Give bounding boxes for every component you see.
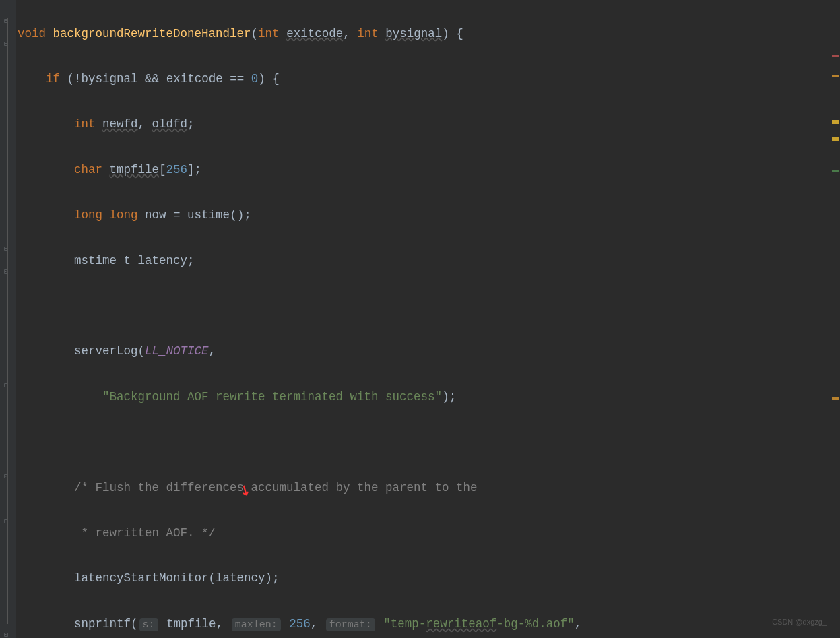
code-line[interactable]: if (!bysignal && exitcode == 0) { bbox=[18, 68, 840, 91]
code-line[interactable]: char tmpfile[256]; bbox=[18, 159, 840, 182]
code-line[interactable]: latencyStartMonitor(latency); bbox=[18, 567, 840, 590]
keyword: long long bbox=[74, 208, 138, 222]
code-line[interactable]: long long now = ustime(); bbox=[18, 204, 840, 227]
code-editor[interactable]: ⊟ ⊟ ⊟ ⊡ ⊟ ⊡ ⊟ ⊡ void backgroundRewriteDo… bbox=[0, 0, 840, 638]
code-line[interactable]: /* Flush the differences accumulated by … bbox=[18, 477, 840, 500]
fold-icon[interactable]: ⊟ bbox=[4, 10, 11, 17]
watermark: CSDN @dxgzg_ bbox=[772, 611, 827, 634]
keyword: void bbox=[18, 27, 46, 40]
warning-mark[interactable] bbox=[832, 75, 839, 77]
error-mark[interactable] bbox=[832, 55, 839, 57]
comment: * rewritten AOF. */ bbox=[74, 526, 216, 540]
gutter[interactable]: ⊟ ⊟ ⊟ ⊡ ⊟ ⊡ ⊟ ⊡ bbox=[0, 0, 16, 638]
keyword: int bbox=[357, 27, 379, 40]
code-line[interactable] bbox=[18, 431, 840, 454]
warning-mark[interactable] bbox=[832, 397, 839, 400]
comment: /* Flush the differences accumulated by … bbox=[74, 481, 478, 495]
string-literal: "Background AOF rewrite terminated with … bbox=[102, 390, 442, 404]
keyword: int bbox=[74, 117, 96, 131]
code-line[interactable]: int newfd, oldfd; bbox=[18, 113, 840, 136]
warning-mark[interactable] bbox=[832, 137, 839, 141]
code-line[interactable] bbox=[18, 295, 840, 318]
function-name: backgroundRewriteDoneHandler bbox=[53, 27, 251, 40]
code-line[interactable]: serverLog(LL_NOTICE, bbox=[18, 340, 840, 363]
inlay-hint: s: bbox=[139, 618, 158, 631]
code-line[interactable]: * rewritten AOF. */ bbox=[18, 522, 840, 545]
warning-mark[interactable] bbox=[832, 120, 839, 124]
inlay-hint: maxlen: bbox=[232, 618, 281, 631]
code-line[interactable]: "Background AOF rewrite terminated with … bbox=[18, 386, 840, 409]
keyword: if bbox=[46, 72, 60, 86]
code-line[interactable]: snprintf(s: tmpfile, maxlen: 256, format… bbox=[18, 613, 840, 636]
marks-gutter[interactable] bbox=[831, 0, 840, 638]
keyword: int bbox=[258, 27, 280, 40]
code-line[interactable]: void backgroundRewriteDoneHandler(int ex… bbox=[18, 23, 840, 46]
fold-end-icon[interactable]: ⊡ bbox=[4, 624, 11, 631]
code-line[interactable]: mstime_t latency; bbox=[18, 250, 840, 273]
keyword: char bbox=[74, 163, 102, 177]
parameter: bysignal bbox=[385, 27, 442, 40]
ok-mark[interactable] bbox=[832, 170, 839, 172]
inlay-hint: format: bbox=[326, 618, 375, 631]
parameter: exitcode bbox=[286, 27, 343, 40]
code-content[interactable]: void backgroundRewriteDoneHandler(int ex… bbox=[16, 0, 840, 638]
